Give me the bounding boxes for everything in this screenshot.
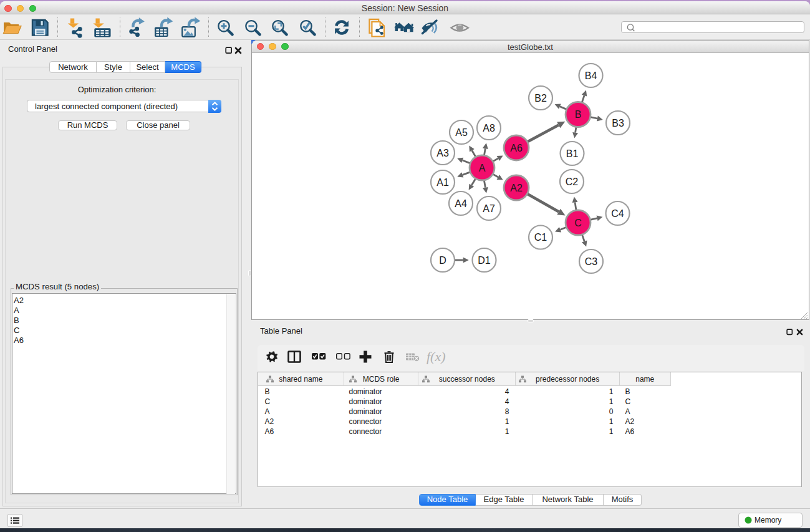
svg-text:B4: B4 xyxy=(584,70,597,80)
svg-text:C: C xyxy=(574,217,582,228)
svg-text:A1: A1 xyxy=(436,177,449,187)
svg-text:A3: A3 xyxy=(436,147,449,158)
svg-text:B: B xyxy=(574,109,581,120)
svg-text:C4: C4 xyxy=(611,208,624,218)
svg-text:A2: A2 xyxy=(510,182,523,193)
svg-text:C3: C3 xyxy=(584,256,597,266)
svg-text:A6: A6 xyxy=(510,142,523,153)
svg-text:B3: B3 xyxy=(612,117,624,128)
svg-text:B1: B1 xyxy=(566,148,578,158)
svg-text:C2: C2 xyxy=(565,176,578,186)
svg-text:A4: A4 xyxy=(455,198,467,208)
svg-text:D1: D1 xyxy=(478,254,491,265)
svg-text:B2: B2 xyxy=(534,92,547,103)
svg-text:A: A xyxy=(478,162,485,173)
svg-text:C1: C1 xyxy=(534,232,547,243)
svg-text:A7: A7 xyxy=(483,203,495,213)
svg-text:A8: A8 xyxy=(483,122,495,133)
svg-text:A5: A5 xyxy=(455,127,468,137)
svg-text:D: D xyxy=(439,254,446,265)
